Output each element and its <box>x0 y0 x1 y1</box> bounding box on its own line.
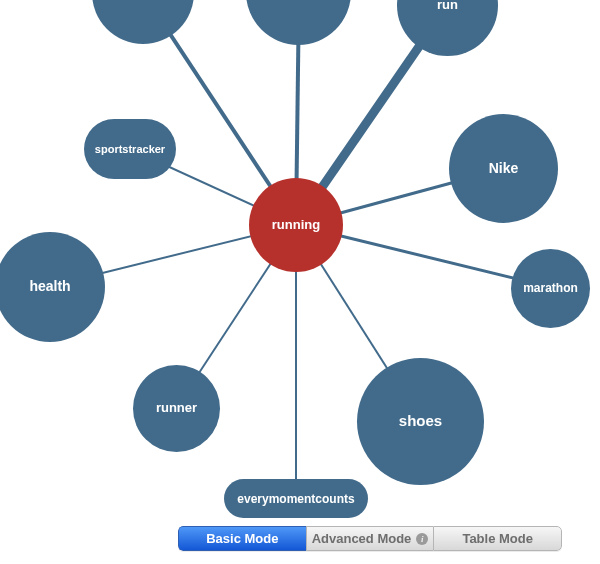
node-label: marathon <box>523 282 578 295</box>
node-nike[interactable]: Nike <box>449 114 558 223</box>
info-icon: i <box>416 533 428 545</box>
node-workout[interactable]: workout <box>92 0 194 44</box>
node-shoes[interactable]: shoes <box>357 358 484 485</box>
node-label: run <box>437 0 458 13</box>
node-runner[interactable]: runner <box>133 365 220 452</box>
node-label: everymomentcounts <box>237 492 354 506</box>
node-marathon[interactable]: marathon <box>511 249 590 328</box>
tab-basic-mode[interactable]: Basic Mode <box>178 526 306 551</box>
tab-advanced-mode[interactable]: Advanced Mode i <box>306 526 434 551</box>
node-everymomentcounts[interactable]: everymomentcounts <box>224 479 368 518</box>
node-run[interactable]: run <box>397 0 498 56</box>
node-center-running[interactable]: running <box>249 178 343 272</box>
tab-label: Basic Mode <box>206 531 278 546</box>
node-fitness[interactable]: fitness <box>246 0 351 45</box>
node-label: Nike <box>489 161 519 176</box>
node-label: health <box>29 279 70 294</box>
tab-label: Advanced Mode <box>312 531 412 546</box>
node-health[interactable]: health <box>0 232 105 342</box>
node-label: shoes <box>399 413 442 430</box>
graph-canvas: running workout fitness run Nike maratho… <box>0 0 600 564</box>
tab-table-mode[interactable]: Table Mode <box>433 526 562 551</box>
node-sportstracker[interactable]: sportstracker <box>84 119 176 179</box>
mode-tabbar: Basic Mode Advanced Mode i Table Mode <box>178 526 562 551</box>
node-label: running <box>272 218 320 232</box>
tab-label: Table Mode <box>462 531 533 546</box>
node-label: runner <box>156 401 197 415</box>
node-label: sportstracker <box>95 143 165 155</box>
